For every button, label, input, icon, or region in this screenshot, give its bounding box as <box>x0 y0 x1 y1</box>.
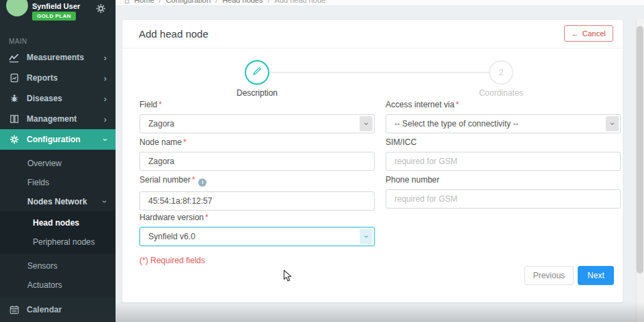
chevron-down-icon: › <box>100 200 109 203</box>
bug-icon <box>9 94 19 104</box>
submenu-item-nodes-network[interactable]: Nodes Network › <box>0 192 116 211</box>
hardware-version-label: Hardware version* <box>139 213 375 222</box>
submenu-item-peripheral-nodes[interactable]: Peripheral nodes <box>0 232 116 252</box>
cancel-button[interactable]: ← Cancel <box>564 25 613 42</box>
required-mark: * <box>192 175 196 185</box>
sidebar-item-label: Diseases <box>27 94 62 103</box>
sidebar-item-label: Management <box>27 114 77 124</box>
home-icon: ⌂ <box>124 0 129 5</box>
chevron-down-icon: › <box>608 122 617 125</box>
app-window: Synfield User GOLD PLAN MAIN Measurement… <box>0 0 644 322</box>
field-group-serial-number: Serial number*i 45:54:1a:8f:12:57 <box>139 175 375 211</box>
previous-button[interactable]: Previous <box>524 266 574 285</box>
add-head-node-card: Add head node ← Cancel 2 Description Coo… <box>122 19 623 303</box>
next-button[interactable]: Next <box>578 266 614 285</box>
breadcrumb-separator: / <box>267 0 269 5</box>
chevron-right-icon: › <box>104 115 107 124</box>
serial-number-value: 45:54:1a:8f:12:57 <box>148 196 212 206</box>
step-1-circle[interactable] <box>245 60 269 85</box>
breadcrumb-separator: / <box>215 0 217 5</box>
sidebar-user-panel: Synfield User GOLD PLAN <box>0 0 116 31</box>
chevron-right-icon: › <box>104 94 107 103</box>
hardware-version-value: Synfield v6.0 <box>148 232 196 241</box>
required-mark: * <box>205 213 209 222</box>
breadcrumb-home[interactable]: Home <box>134 0 154 5</box>
submenu-item-head-nodes[interactable]: Head nodes <box>0 213 116 232</box>
submenu-label: Sensors <box>27 261 57 271</box>
nodes-network-submenu: Head nodes Peripheral nodes <box>0 211 116 254</box>
sidebar-item-reports[interactable]: Reports › <box>0 68 116 88</box>
breadcrumb-configuration[interactable]: Configuration <box>166 0 211 5</box>
book-icon <box>9 114 19 124</box>
sidebar-item-label: Measurements <box>27 53 84 62</box>
sidebar-item-measurements[interactable]: Measurements › <box>0 47 116 68</box>
report-file-icon <box>9 73 19 83</box>
step-2-number: 2 <box>499 68 504 77</box>
serial-number-label: Serial number*i <box>139 175 375 187</box>
chevron-down-icon: › <box>362 235 371 238</box>
chevron-right-icon: › <box>104 53 107 62</box>
scrollbar-thumb[interactable] <box>636 26 643 273</box>
sidebar-item-label: Reports <box>27 73 57 83</box>
phone-number-placeholder: required for GSM <box>394 194 457 204</box>
stepper-connector <box>257 72 501 73</box>
chart-line-icon <box>9 53 19 63</box>
breadcrumb-bar: ⌂ Home / Configuration / Head nodes / Ad… <box>116 0 644 6</box>
sim-icc-input[interactable]: required for GSM <box>386 152 621 171</box>
access-internet-value: -- Select the type of connectivity -- <box>394 119 518 129</box>
submenu-item-actuators[interactable]: Actuators <box>0 276 116 295</box>
select-dropdown-button: › <box>606 116 619 131</box>
required-mark: * <box>159 100 162 109</box>
node-name-value: Zagora <box>148 157 174 166</box>
sidebar-item-calendar[interactable]: Calendar <box>0 299 116 320</box>
submenu-label: Overview <box>27 159 62 168</box>
scrollbar-track[interactable] <box>636 19 644 322</box>
avatar <box>6 0 28 16</box>
settings-gear-icon[interactable] <box>96 3 106 14</box>
sidebar-item-configuration[interactable]: Configuration › <box>0 129 116 150</box>
pencil-icon <box>252 66 263 79</box>
breadcrumb-separator: / <box>159 0 161 5</box>
field-group-field: Field* Zagora › <box>139 100 375 133</box>
field-group-hardware-version: Hardware version* Synfield v6.0 › <box>139 213 375 246</box>
field-group-sim-icc: SIM/ICC required for GSM <box>386 137 621 171</box>
submenu-item-fields[interactable]: Fields <box>0 173 116 192</box>
configuration-submenu: Overview Fields Nodes Network › Head nod… <box>0 150 116 297</box>
access-internet-select[interactable]: -- Select the type of connectivity -- › <box>386 114 621 133</box>
required-mark: * <box>183 137 187 147</box>
sidebar-item-label: Configuration <box>27 135 81 144</box>
calendar-icon <box>9 305 19 315</box>
field-group-node-name: Node name* Zagora <box>139 137 375 171</box>
main-content: ⌂ Home / Configuration / Head nodes / Ad… <box>116 0 644 322</box>
breadcrumb-current: Add head node <box>275 0 326 5</box>
required-fields-note: (*) Required fields <box>139 256 205 265</box>
submenu-item-sensors[interactable]: Sensors <box>0 256 116 276</box>
submenu-item-overview[interactable]: Overview <box>0 154 116 173</box>
node-name-input[interactable]: Zagora <box>139 152 375 171</box>
gear-icon <box>9 135 19 145</box>
phone-number-input[interactable]: required for GSM <box>386 189 621 209</box>
field-select[interactable]: Zagora › <box>139 114 375 133</box>
submenu-label: Head nodes <box>33 218 79 228</box>
breadcrumb-head-nodes[interactable]: Head nodes <box>222 0 263 5</box>
user-name: Synfield User <box>32 2 80 10</box>
step-2-circle[interactable]: 2 <box>489 60 513 85</box>
wizard-footer: Previous Next <box>524 266 614 285</box>
breadcrumb: ⌂ Home / Configuration / Head nodes / Ad… <box>124 0 325 5</box>
cancel-button-label: Cancel <box>582 29 606 38</box>
hardware-version-select[interactable]: Synfield v6.0 › <box>139 227 375 246</box>
chevron-down-icon: › <box>362 122 371 125</box>
info-icon[interactable]: i <box>198 178 206 187</box>
sidebar-item-management[interactable]: Management › <box>0 109 116 129</box>
field-group-phone-number: Phone number required for GSM <box>386 175 621 209</box>
step-2-label: Coordinates <box>460 88 542 98</box>
card-header: Add head node ← Cancel <box>122 20 623 49</box>
serial-number-input[interactable]: 45:54:1a:8f:12:57 <box>139 191 375 211</box>
field-select-value: Zagora <box>148 119 174 129</box>
sim-icc-label: SIM/ICC <box>386 137 621 147</box>
submenu-label: Fields <box>27 178 49 187</box>
node-name-label: Node name* <box>139 137 375 147</box>
page-title: Add head node <box>139 28 209 40</box>
sidebar-item-diseases[interactable]: Diseases › <box>0 88 116 109</box>
sidebar-item-label: Calendar <box>27 305 62 314</box>
